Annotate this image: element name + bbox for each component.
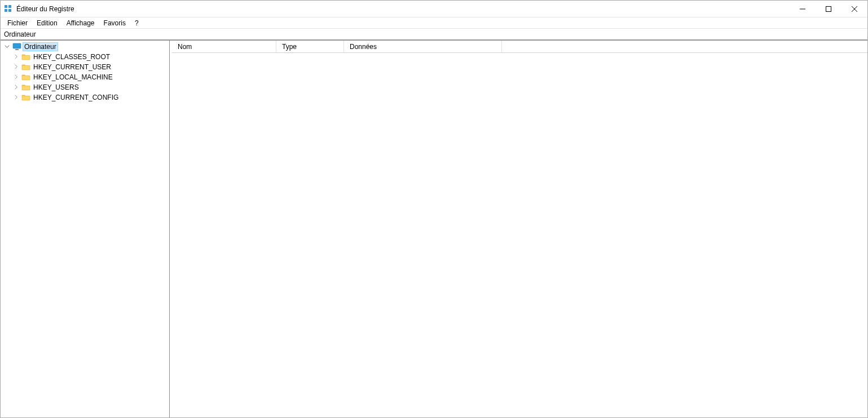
folder-icon bbox=[21, 93, 30, 102]
list-body[interactable] bbox=[172, 53, 867, 417]
tree-node-label: HKEY_CURRENT_CONFIG bbox=[32, 94, 120, 101]
tree-node-label: Ordinateur bbox=[23, 43, 58, 51]
chevron-right-icon[interactable] bbox=[12, 64, 20, 70]
menu-file[interactable]: Fichier bbox=[3, 19, 32, 28]
minimize-button[interactable] bbox=[790, 1, 816, 17]
column-header-type[interactable]: Type bbox=[276, 41, 344, 52]
content-area: Ordinateur HKEY_CLASSES_ROOT HKEY_CURR bbox=[1, 40, 867, 417]
menubar: Fichier Edition Affichage Favoris ? bbox=[1, 17, 867, 29]
menu-help[interactable]: ? bbox=[130, 19, 143, 28]
list-header: Nom Type Données bbox=[172, 41, 867, 53]
svg-rect-3 bbox=[8, 9, 11, 12]
menu-favorites[interactable]: Favoris bbox=[99, 19, 130, 28]
svg-rect-9 bbox=[15, 49, 19, 50]
chevron-right-icon[interactable] bbox=[12, 95, 20, 101]
computer-icon bbox=[12, 42, 21, 51]
app-icon bbox=[4, 5, 13, 14]
window-title: Éditeur du Registre bbox=[16, 5, 74, 13]
folder-icon bbox=[21, 73, 30, 82]
chevron-right-icon[interactable] bbox=[12, 54, 20, 60]
tree-node-hkcu[interactable]: HKEY_CURRENT_USER bbox=[1, 62, 169, 72]
folder-icon bbox=[21, 63, 30, 72]
tree-node-label: HKEY_USERS bbox=[32, 83, 80, 91]
chevron-right-icon[interactable] bbox=[12, 74, 20, 81]
tree-node-label: HKEY_LOCAL_MACHINE bbox=[32, 73, 114, 81]
tree-pane[interactable]: Ordinateur HKEY_CLASSES_ROOT HKEY_CURR bbox=[1, 41, 170, 417]
tree-node-hkcr[interactable]: HKEY_CLASSES_ROOT bbox=[1, 52, 169, 62]
svg-rect-2 bbox=[5, 9, 7, 12]
window: Éditeur du Registre Fichier Edition Affi… bbox=[0, 0, 868, 418]
svg-rect-5 bbox=[826, 6, 831, 11]
chevron-right-icon[interactable] bbox=[12, 85, 20, 91]
svg-rect-0 bbox=[5, 5, 7, 8]
svg-rect-1 bbox=[8, 5, 11, 8]
list-pane: Nom Type Données bbox=[172, 41, 867, 417]
folder-icon bbox=[21, 52, 30, 61]
window-controls bbox=[790, 1, 867, 17]
column-header-name[interactable]: Nom bbox=[172, 41, 276, 52]
tree-node-label: HKEY_CLASSES_ROOT bbox=[32, 53, 111, 61]
tree-node-label: HKEY_CURRENT_USER bbox=[32, 63, 112, 71]
address-text: Ordinateur bbox=[4, 30, 36, 38]
svg-rect-8 bbox=[13, 43, 21, 48]
tree-node-computer[interactable]: Ordinateur bbox=[1, 42, 169, 52]
tree-node-hklm[interactable]: HKEY_LOCAL_MACHINE bbox=[1, 72, 169, 82]
column-header-data[interactable]: Données bbox=[344, 41, 502, 52]
tree-node-hkcc[interactable]: HKEY_CURRENT_CONFIG bbox=[1, 92, 169, 103]
address-bar[interactable]: Ordinateur bbox=[1, 29, 867, 40]
folder-icon bbox=[21, 83, 30, 92]
chevron-down-icon[interactable] bbox=[3, 44, 11, 50]
close-button[interactable] bbox=[841, 1, 867, 17]
menu-view[interactable]: Affichage bbox=[62, 19, 99, 28]
tree-node-hku[interactable]: HKEY_USERS bbox=[1, 82, 169, 92]
titlebar: Éditeur du Registre bbox=[1, 1, 867, 17]
maximize-button[interactable] bbox=[816, 1, 841, 17]
menu-edit[interactable]: Edition bbox=[32, 19, 62, 28]
